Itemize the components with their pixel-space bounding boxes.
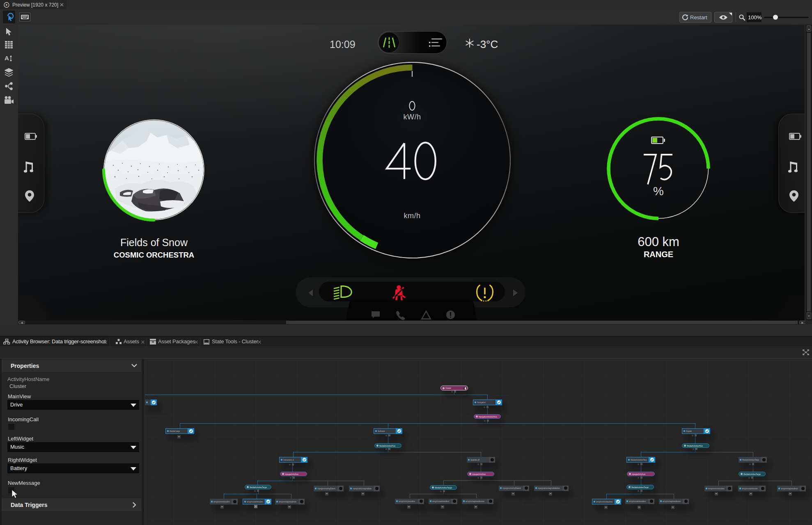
svg-text:A: A [5, 55, 9, 62]
